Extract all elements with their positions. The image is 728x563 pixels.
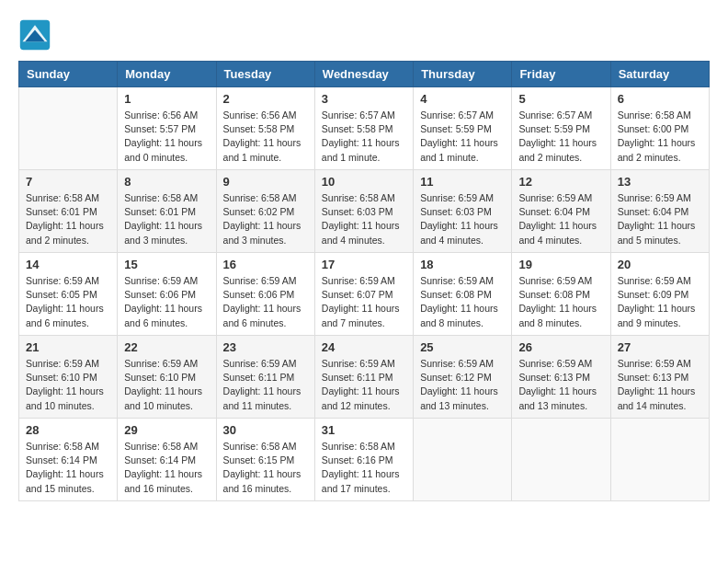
- calendar-table: SundayMondayTuesdayWednesdayThursdayFrid…: [18, 61, 710, 501]
- day-number: 24: [322, 340, 406, 354]
- day-number: 17: [322, 258, 406, 271]
- calendar-week-row: 21Sunrise: 6:59 AMSunset: 6:10 PMDayligh…: [19, 336, 710, 419]
- day-number: 4: [420, 92, 505, 106]
- day-number: 23: [223, 340, 308, 354]
- day-number: 25: [420, 340, 505, 354]
- calendar-cell: 14Sunrise: 6:59 AMSunset: 6:05 PMDayligh…: [19, 253, 118, 336]
- day-info: Sunrise: 6:59 AMSunset: 6:06 PMDaylight:…: [223, 274, 308, 330]
- day-number: 30: [223, 423, 308, 437]
- calendar-cell: 6Sunrise: 6:58 AMSunset: 6:00 PMDaylight…: [610, 87, 709, 170]
- day-info: Sunrise: 6:57 AMSunset: 5:59 PMDaylight:…: [420, 109, 505, 165]
- calendar-cell: 15Sunrise: 6:59 AMSunset: 6:06 PMDayligh…: [118, 253, 216, 336]
- calendar-week-row: 1Sunrise: 6:56 AMSunset: 5:57 PMDaylight…: [19, 87, 710, 170]
- page-header: [18, 18, 710, 52]
- day-info: Sunrise: 6:58 AMSunset: 6:14 PMDaylight:…: [124, 440, 209, 496]
- logo: [18, 18, 55, 52]
- day-number: 5: [518, 92, 603, 106]
- day-info: Sunrise: 6:59 AMSunset: 6:08 PMDaylight:…: [420, 274, 505, 330]
- calendar-cell: 21Sunrise: 6:59 AMSunset: 6:10 PMDayligh…: [19, 336, 118, 419]
- calendar-cell: 28Sunrise: 6:58 AMSunset: 6:14 PMDayligh…: [19, 419, 118, 501]
- calendar-cell: 5Sunrise: 6:57 AMSunset: 5:59 PMDaylight…: [512, 87, 610, 170]
- day-info: Sunrise: 6:58 AMSunset: 6:16 PMDaylight:…: [322, 440, 406, 496]
- calendar-cell: 3Sunrise: 6:57 AMSunset: 5:58 PMDaylight…: [314, 87, 413, 170]
- day-number: 20: [618, 258, 702, 271]
- calendar-cell: 4Sunrise: 6:57 AMSunset: 5:59 PMDaylight…: [414, 87, 512, 170]
- day-info: Sunrise: 6:56 AMSunset: 5:57 PMDaylight:…: [124, 109, 209, 165]
- calendar-cell: 10Sunrise: 6:58 AMSunset: 6:03 PMDayligh…: [314, 170, 413, 253]
- logo-icon: [18, 18, 51, 52]
- day-info: Sunrise: 6:58 AMSunset: 6:15 PMDaylight:…: [223, 440, 308, 496]
- calendar-header-row: SundayMondayTuesdayWednesdayThursdayFrid…: [19, 62, 710, 87]
- calendar-cell: 12Sunrise: 6:59 AMSunset: 6:04 PMDayligh…: [512, 170, 610, 253]
- day-info: Sunrise: 6:59 AMSunset: 6:04 PMDaylight:…: [618, 191, 702, 247]
- calendar-cell: 17Sunrise: 6:59 AMSunset: 6:07 PMDayligh…: [314, 253, 413, 336]
- day-info: Sunrise: 6:59 AMSunset: 6:08 PMDaylight:…: [518, 274, 603, 330]
- calendar-week-row: 14Sunrise: 6:59 AMSunset: 6:05 PMDayligh…: [19, 253, 710, 336]
- day-info: Sunrise: 6:58 AMSunset: 6:01 PMDaylight:…: [26, 191, 110, 247]
- day-info: Sunrise: 6:59 AMSunset: 6:09 PMDaylight:…: [618, 274, 702, 330]
- day-info: Sunrise: 6:59 AMSunset: 6:12 PMDaylight:…: [420, 357, 505, 413]
- day-number: 29: [124, 423, 209, 437]
- day-number: 13: [618, 175, 702, 189]
- weekday-header-sunday: Sunday: [19, 62, 118, 87]
- day-number: 6: [618, 92, 702, 106]
- weekday-header-tuesday: Tuesday: [216, 62, 314, 87]
- calendar-cell: 8Sunrise: 6:58 AMSunset: 6:01 PMDaylight…: [118, 170, 216, 253]
- day-number: 22: [124, 340, 209, 354]
- day-info: Sunrise: 6:59 AMSunset: 6:11 PMDaylight:…: [223, 357, 308, 413]
- day-info: Sunrise: 6:59 AMSunset: 6:13 PMDaylight:…: [618, 357, 702, 413]
- day-info: Sunrise: 6:58 AMSunset: 6:00 PMDaylight:…: [618, 109, 702, 165]
- calendar-cell: 26Sunrise: 6:59 AMSunset: 6:13 PMDayligh…: [512, 336, 610, 419]
- day-number: 28: [26, 423, 110, 437]
- day-number: 19: [518, 258, 603, 271]
- calendar-cell: 7Sunrise: 6:58 AMSunset: 6:01 PMDaylight…: [19, 170, 118, 253]
- weekday-header-thursday: Thursday: [414, 62, 512, 87]
- day-number: 12: [518, 175, 603, 189]
- calendar-cell: 27Sunrise: 6:59 AMSunset: 6:13 PMDayligh…: [610, 336, 709, 419]
- weekday-header-monday: Monday: [118, 62, 216, 87]
- day-info: Sunrise: 6:58 AMSunset: 6:03 PMDaylight:…: [322, 191, 406, 247]
- calendar-cell: 9Sunrise: 6:58 AMSunset: 6:02 PMDaylight…: [216, 170, 314, 253]
- day-number: 9: [223, 175, 308, 189]
- calendar-cell: 13Sunrise: 6:59 AMSunset: 6:04 PMDayligh…: [610, 170, 709, 253]
- calendar-cell: [610, 419, 709, 501]
- day-info: Sunrise: 6:59 AMSunset: 6:10 PMDaylight:…: [124, 357, 209, 413]
- day-number: 14: [26, 258, 110, 271]
- day-number: 21: [26, 340, 110, 354]
- day-number: 8: [124, 175, 209, 189]
- calendar-cell: 31Sunrise: 6:58 AMSunset: 6:16 PMDayligh…: [314, 419, 413, 501]
- weekday-header-saturday: Saturday: [610, 62, 709, 87]
- calendar-cell: 19Sunrise: 6:59 AMSunset: 6:08 PMDayligh…: [512, 253, 610, 336]
- calendar-cell: 30Sunrise: 6:58 AMSunset: 6:15 PMDayligh…: [216, 419, 314, 501]
- calendar-cell: 18Sunrise: 6:59 AMSunset: 6:08 PMDayligh…: [414, 253, 512, 336]
- day-number: 18: [420, 258, 505, 271]
- calendar-cell: 16Sunrise: 6:59 AMSunset: 6:06 PMDayligh…: [216, 253, 314, 336]
- weekday-header-friday: Friday: [512, 62, 610, 87]
- day-info: Sunrise: 6:58 AMSunset: 6:02 PMDaylight:…: [223, 191, 308, 247]
- day-info: Sunrise: 6:59 AMSunset: 6:10 PMDaylight:…: [26, 357, 110, 413]
- day-number: 2: [223, 92, 308, 106]
- day-number: 16: [223, 258, 308, 271]
- day-info: Sunrise: 6:59 AMSunset: 6:07 PMDaylight:…: [322, 274, 406, 330]
- day-info: Sunrise: 6:59 AMSunset: 6:05 PMDaylight:…: [26, 274, 110, 330]
- weekday-header-wednesday: Wednesday: [314, 62, 413, 87]
- day-number: 27: [618, 340, 702, 354]
- calendar-week-row: 28Sunrise: 6:58 AMSunset: 6:14 PMDayligh…: [19, 419, 710, 501]
- day-number: 31: [322, 423, 406, 437]
- calendar-cell: 22Sunrise: 6:59 AMSunset: 6:10 PMDayligh…: [118, 336, 216, 419]
- day-number: 15: [124, 258, 209, 271]
- day-info: Sunrise: 6:58 AMSunset: 6:01 PMDaylight:…: [124, 191, 209, 247]
- day-info: Sunrise: 6:57 AMSunset: 5:58 PMDaylight:…: [322, 109, 406, 165]
- calendar-week-row: 7Sunrise: 6:58 AMSunset: 6:01 PMDaylight…: [19, 170, 710, 253]
- day-number: 10: [322, 175, 406, 189]
- calendar-cell: 29Sunrise: 6:58 AMSunset: 6:14 PMDayligh…: [118, 419, 216, 501]
- calendar-cell: [512, 419, 610, 501]
- day-number: 7: [26, 175, 110, 189]
- day-number: 3: [322, 92, 406, 106]
- calendar-cell: [414, 419, 512, 501]
- day-info: Sunrise: 6:58 AMSunset: 6:14 PMDaylight:…: [26, 440, 110, 496]
- calendar-cell: 20Sunrise: 6:59 AMSunset: 6:09 PMDayligh…: [610, 253, 709, 336]
- day-number: 11: [420, 175, 505, 189]
- day-info: Sunrise: 6:59 AMSunset: 6:13 PMDaylight:…: [518, 357, 603, 413]
- day-info: Sunrise: 6:59 AMSunset: 6:04 PMDaylight:…: [518, 191, 603, 247]
